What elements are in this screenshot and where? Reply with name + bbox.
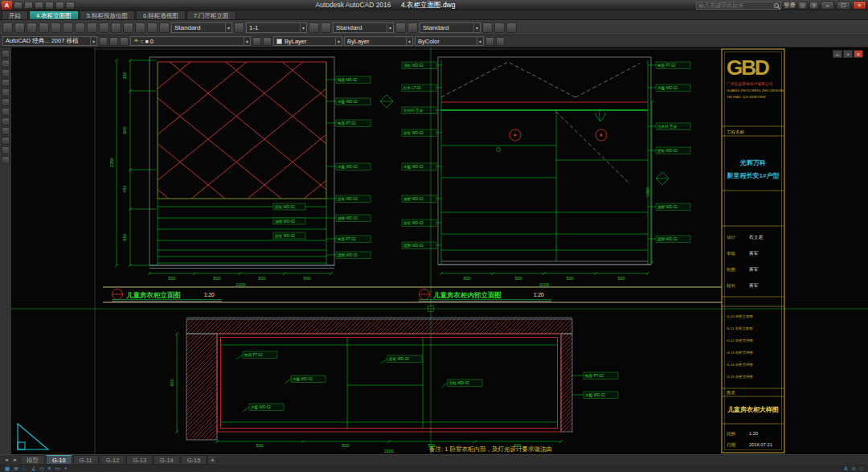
new-layout-button[interactable]: + bbox=[207, 455, 217, 465]
workspace-dropdown[interactable]: AutoCAD 经典... 2007 移植 ▾ bbox=[2, 36, 97, 46]
material-tag[interactable]: 层板 WD-02 bbox=[273, 232, 305, 239]
close-button[interactable]: × bbox=[853, 1, 866, 10]
layer-color-swatch-icon[interactable]: ■ bbox=[145, 39, 149, 44]
rectangle-tool-icon[interactable] bbox=[2, 88, 10, 96]
tab-layout-g12[interactable]: G-12 bbox=[100, 455, 126, 465]
file-tab[interactable]: 6.鞋柜透视图 bbox=[136, 10, 186, 19]
color-control-dropdown[interactable]: ByLayer ▾ bbox=[273, 36, 342, 46]
material-tag[interactable]: 抽屉 WD-02 bbox=[402, 195, 441, 203]
search-input[interactable] bbox=[698, 2, 772, 8]
toolbar-icon[interactable] bbox=[309, 23, 319, 33]
arc-tool-icon[interactable] bbox=[2, 79, 10, 87]
toolbar-icon[interactable] bbox=[407, 23, 418, 33]
table-style-dropdown[interactable]: Standard ▾ bbox=[420, 23, 481, 33]
tab-layout-g11[interactable]: G-11 bbox=[73, 455, 99, 465]
dynamic-input-icon[interactable]: ▭ bbox=[55, 465, 60, 472]
title-block[interactable]: GBD 广州名筑装饰设计有限公司 GUANG ZHOU MING ZHU DES… bbox=[722, 49, 784, 453]
minimize-button[interactable]: – bbox=[821, 1, 834, 10]
move-tool-icon[interactable] bbox=[2, 137, 10, 145]
toolbar-icon[interactable] bbox=[234, 23, 244, 33]
redo-icon[interactable] bbox=[135, 23, 145, 33]
toolbar-icon[interactable] bbox=[494, 23, 505, 33]
layer-previous-icon[interactable] bbox=[263, 37, 272, 46]
signin-button[interactable]: 登录 bbox=[784, 2, 796, 10]
save-icon[interactable] bbox=[27, 23, 37, 33]
drawing-note[interactable]: 备注: 1 卧室衣柜内部，及灯光设计要求做法由 bbox=[429, 445, 552, 453]
line-tool-icon[interactable] bbox=[2, 50, 10, 58]
layer-freeze-icon[interactable]: ○ bbox=[140, 39, 143, 44]
linetype-control-dropdown[interactable]: ByLayer ▾ bbox=[344, 36, 413, 46]
polar-tracking-icon[interactable]: ∠ bbox=[31, 465, 36, 472]
copy-icon[interactable] bbox=[87, 23, 97, 33]
settings-gear-icon[interactable]: ⊙ bbox=[852, 465, 856, 472]
toolbar-icon[interactable] bbox=[321, 23, 331, 33]
file-tab-active[interactable]: 4.衣柜立面图 bbox=[29, 10, 79, 19]
file-tab[interactable]: 5.鞋柜投放位图 bbox=[80, 10, 135, 19]
drawing-viewport[interactable]: 层板 WD-02 抽屉 WD-02 层板 WD-02 350 900 bbox=[11, 47, 868, 454]
new-icon[interactable] bbox=[2, 23, 13, 33]
toolbar-icon[interactable] bbox=[395, 23, 406, 33]
material-tag[interactable]: 挂衣杆 五金 bbox=[402, 107, 441, 114]
trim-tool-icon[interactable] bbox=[2, 156, 10, 164]
layer-dropdown[interactable]: ☀ ○ ■ 0 ▾ bbox=[130, 36, 251, 46]
tab-layout-g13[interactable]: G-13 bbox=[126, 455, 153, 465]
doc-close-icon[interactable]: × bbox=[854, 50, 863, 58]
dim-style-dropdown[interactable]: Standard ▾ bbox=[333, 23, 394, 33]
file-tab-start[interactable]: 开始 bbox=[2, 10, 28, 19]
paste-icon[interactable] bbox=[99, 23, 109, 33]
hatch-tool-icon[interactable] bbox=[2, 98, 10, 106]
copy-tool-icon[interactable] bbox=[2, 146, 10, 154]
maximize-button[interactable]: □ bbox=[837, 1, 850, 10]
cut-icon[interactable] bbox=[75, 23, 85, 33]
publish-icon[interactable] bbox=[63, 23, 73, 33]
toolbar-icon[interactable] bbox=[485, 37, 494, 46]
grid-icon[interactable]: ▦ bbox=[5, 465, 10, 472]
object-snap-icon[interactable]: ◇ bbox=[40, 465, 44, 472]
plot-preview-icon[interactable] bbox=[51, 23, 61, 33]
ortho-icon[interactable]: ∟ bbox=[23, 465, 27, 472]
toolbar-icon[interactable] bbox=[506, 23, 517, 33]
material-tag[interactable]: 踢脚 WD-02 bbox=[402, 242, 441, 249]
pan-icon[interactable] bbox=[147, 23, 158, 33]
zoom-realtime-icon[interactable] bbox=[159, 23, 170, 33]
tab-layout-g15[interactable]: G-15 bbox=[181, 455, 207, 465]
layer-properties-icon[interactable] bbox=[99, 37, 108, 46]
help-icon[interactable]: ? bbox=[809, 2, 818, 9]
layout-prev-icon[interactable]: ◄ bbox=[2, 458, 10, 462]
toolbar-icon[interactable] bbox=[496, 37, 505, 46]
polyline-tool-icon[interactable] bbox=[2, 60, 10, 68]
annotation-scale-icon[interactable]: A bbox=[844, 465, 847, 472]
file-tab[interactable]: 7.门厅柜立面 bbox=[186, 10, 236, 19]
make-layer-current-icon[interactable] bbox=[252, 37, 261, 46]
material-tag[interactable]: 木楹 WD-02 bbox=[402, 163, 441, 170]
open-icon[interactable] bbox=[14, 23, 25, 33]
autocad-logo-icon[interactable]: A bbox=[2, 1, 12, 10]
redo-icon[interactable] bbox=[66, 2, 75, 9]
plotstyle-control-dropdown[interactable]: ByColor ▾ bbox=[415, 36, 484, 46]
snap-mode-icon[interactable]: + bbox=[64, 465, 68, 472]
tab-layout-g10[interactable]: G-10 bbox=[46, 455, 72, 465]
snap-icon[interactable]: ⊞ bbox=[14, 465, 18, 472]
layer-isolate-icon[interactable] bbox=[120, 37, 129, 46]
circle-tool-icon[interactable] bbox=[2, 69, 10, 77]
material-tag[interactable]: 顶板 WD-02 bbox=[402, 62, 441, 69]
layer-on-icon[interactable]: ☀ bbox=[133, 38, 138, 44]
drawing-area[interactable]: – ▫ × bbox=[11, 47, 868, 454]
material-tag[interactable]: 层板 WD-02 bbox=[273, 203, 305, 210]
plot-icon[interactable] bbox=[45, 2, 54, 9]
doc-restore-icon[interactable]: ▫ bbox=[843, 50, 853, 58]
tab-model[interactable]: 模型 bbox=[20, 455, 45, 465]
open-file-icon[interactable] bbox=[24, 2, 33, 9]
material-tag[interactable]: 灯带 LT-01 bbox=[402, 84, 441, 92]
text-tool-icon[interactable] bbox=[2, 108, 10, 116]
new-file-icon[interactable] bbox=[14, 2, 23, 9]
layout-next-icon[interactable]: ► bbox=[11, 458, 19, 462]
material-tag[interactable]: 层板 WD-02 bbox=[402, 220, 441, 227]
block-tool-icon[interactable] bbox=[2, 127, 10, 135]
undo-icon[interactable] bbox=[123, 23, 133, 33]
clean-screen-icon[interactable]: □ bbox=[860, 465, 863, 472]
material-tag[interactable]: 抽屉 WD-02 bbox=[273, 218, 305, 224]
material-tag[interactable]: 层板 WD-02 bbox=[402, 129, 441, 137]
undo-icon[interactable] bbox=[55, 2, 64, 9]
search-icon[interactable] bbox=[774, 3, 779, 8]
